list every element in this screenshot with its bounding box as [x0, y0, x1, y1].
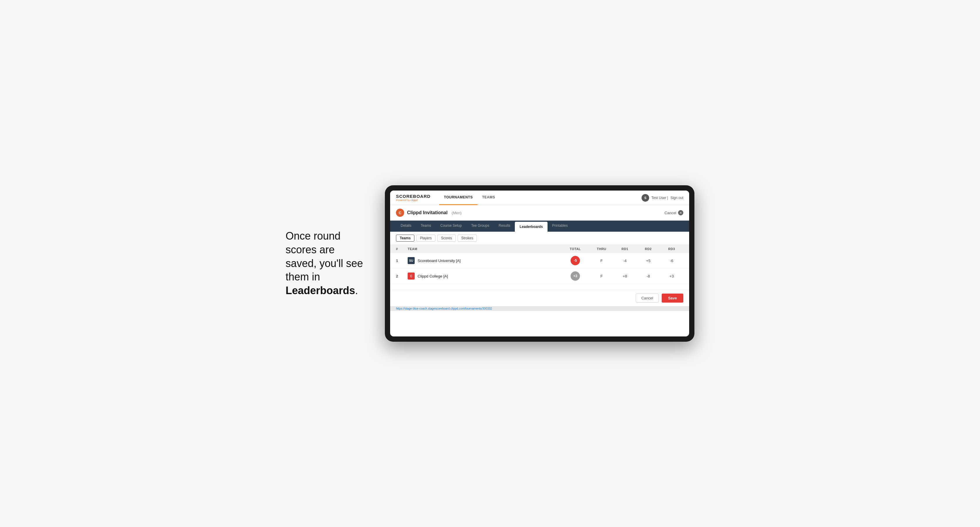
leaderboard-table: # TEAM TOTAL THRU RD1 RD2 RD3 1 SU Score…: [390, 245, 689, 284]
table-row: 1 SU Scoreboard University [A] -5 F -4 +…: [390, 253, 689, 268]
tournament-name: Clippd Invitational: [407, 210, 448, 215]
tournament-icon: C: [396, 209, 404, 217]
left-line4: them in: [286, 271, 320, 283]
tournament-gender: (Men): [452, 211, 462, 215]
tournament-title: C Clippd Invitational (Men): [396, 209, 462, 217]
left-line3: saved, you'll see: [286, 257, 363, 269]
page-layout: Once round scores are saved, you'll see …: [286, 185, 694, 342]
col-rd1: RD1: [613, 247, 636, 251]
col-total: TOTAL: [561, 247, 590, 251]
tab-details[interactable]: Details: [396, 221, 416, 232]
rd1-2: +8: [613, 274, 636, 278]
rank-1: 1: [396, 259, 408, 263]
team-cell-2: C Clippd College [A]: [408, 273, 561, 279]
url-bar: https://stage-blue-coach.stagescoreboard…: [390, 306, 689, 311]
logo-scoreboard: SCOREBOARD: [396, 194, 430, 199]
cancel-tournament-button[interactable]: Cancel ✕: [665, 210, 683, 215]
logo-area: SCOREBOARD Powered by clippd: [396, 194, 430, 202]
filter-teams[interactable]: Teams: [396, 235, 414, 241]
col-rd2: RD2: [636, 247, 660, 251]
left-line1: Once round: [286, 230, 340, 242]
left-line5-suffix: .: [355, 284, 358, 297]
score-badge-1: -5: [571, 256, 580, 265]
save-button[interactable]: Save: [662, 294, 683, 303]
filter-row: Teams Players Scores Strokes: [390, 232, 689, 245]
bottom-bar: Cancel Save: [390, 290, 689, 306]
team-logo-2: C: [408, 273, 415, 279]
thru-1: F: [590, 259, 613, 263]
tab-printables[interactable]: Printables: [547, 221, 572, 232]
team-name-2: Clippd College [A]: [418, 274, 448, 278]
filter-players[interactable]: Players: [416, 235, 435, 241]
user-avatar: S: [641, 194, 649, 202]
rd2-1: +5: [636, 259, 660, 263]
nav-tournaments[interactable]: TOURNAMENTS: [439, 190, 477, 205]
col-thru: THRU: [590, 247, 613, 251]
filter-scores[interactable]: Scores: [437, 235, 455, 241]
filter-strokes[interactable]: Strokes: [458, 235, 477, 241]
col-team: TEAM: [408, 247, 561, 251]
left-line5-bold: Leaderboards: [286, 284, 355, 297]
top-navigation: SCOREBOARD Powered by clippd TOURNAMENTS…: [390, 190, 689, 205]
team-name-1: Scoreboard University [A]: [418, 259, 460, 263]
rd1-1: -4: [613, 259, 636, 263]
team-logo-1: SU: [408, 257, 415, 264]
left-line2: scores are: [286, 244, 335, 256]
cancel-button[interactable]: Cancel: [636, 294, 659, 303]
tablet-screen: SCOREBOARD Powered by clippd TOURNAMENTS…: [390, 190, 689, 337]
score-badge-2: +3: [571, 271, 580, 281]
table-row: 2 C Clippd College [A] +3 F +8 -8 +3: [390, 268, 689, 284]
left-text-block: Once round scores are saved, you'll see …: [286, 229, 368, 298]
rd2-2: -8: [636, 274, 660, 278]
tab-leaderboards[interactable]: Leaderboards: [515, 222, 547, 232]
rd3-2: +3: [660, 274, 683, 278]
url-text: https://stage-blue-coach.stagescoreboard…: [396, 307, 492, 310]
rd3-1: -6: [660, 259, 683, 263]
nav-right: S Test User | Sign out: [641, 194, 683, 202]
close-icon[interactable]: ✕: [678, 210, 683, 215]
cancel-label: Cancel: [665, 211, 676, 215]
tab-tee-groups[interactable]: Tee Groups: [466, 221, 494, 232]
sub-tabs: Details Teams Course Setup Tee Groups Re…: [390, 221, 689, 232]
total-cell-1: -5: [561, 256, 590, 265]
tablet-device: SCOREBOARD Powered by clippd TOURNAMENTS…: [385, 185, 694, 342]
col-rank: #: [396, 247, 408, 251]
tab-teams[interactable]: Teams: [416, 221, 436, 232]
thru-2: F: [590, 274, 613, 278]
rank-2: 2: [396, 274, 408, 278]
nav-teams[interactable]: TEAMS: [477, 190, 500, 205]
tab-course-setup[interactable]: Course Setup: [436, 221, 466, 232]
sign-out-link[interactable]: Sign out: [670, 196, 683, 200]
nav-links: TOURNAMENTS TEAMS: [439, 190, 641, 205]
col-rd3: RD3: [660, 247, 683, 251]
total-cell-2: +3: [561, 271, 590, 281]
team-cell-1: SU Scoreboard University [A]: [408, 257, 561, 264]
table-header: # TEAM TOTAL THRU RD1 RD2 RD3: [390, 245, 689, 253]
logo-powered: Powered by clippd: [396, 199, 430, 202]
user-name: Test User |: [651, 196, 668, 200]
tournament-header: C Clippd Invitational (Men) Cancel ✕: [390, 205, 689, 221]
tab-results[interactable]: Results: [494, 221, 515, 232]
